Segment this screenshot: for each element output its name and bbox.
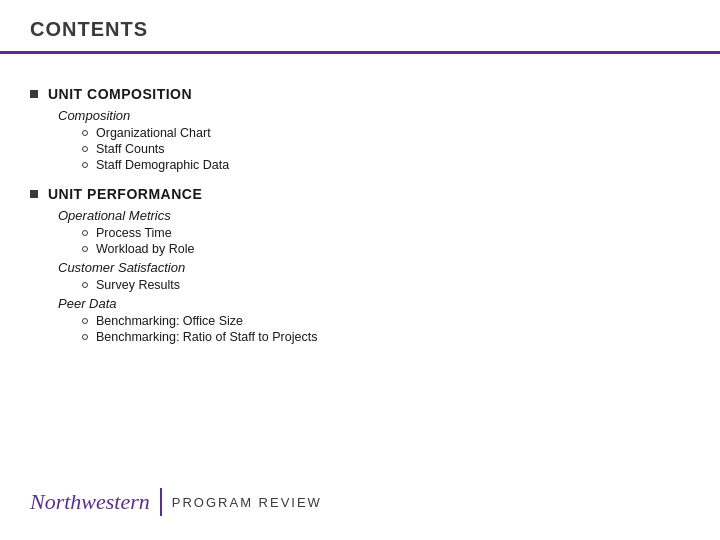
- subsection-title: Operational Metrics: [58, 208, 690, 223]
- subsection-title: Peer Data: [58, 296, 690, 311]
- sub-bullet-icon: [82, 282, 88, 288]
- section-unit-performance: UNIT PERFORMANCE: [30, 186, 690, 202]
- subsection-composition: Composition Organizational Chart Staff C…: [58, 108, 690, 172]
- footer-divider: [160, 488, 162, 516]
- page-title: CONTENTS: [30, 18, 148, 40]
- item-text: Survey Results: [96, 278, 180, 292]
- section-unit-composition: UNIT COMPOSITION: [30, 86, 690, 102]
- subsection-items: Benchmarking: Office Size Benchmarking: …: [82, 314, 690, 344]
- subsection-items: Process Time Workload by Role: [82, 226, 690, 256]
- sub-bullet-icon: [82, 130, 88, 136]
- subsection-operational-metrics: Operational Metrics Process Time Workloa…: [58, 208, 690, 256]
- sub-bullet-icon: [82, 146, 88, 152]
- item-text: Workload by Role: [96, 242, 194, 256]
- content-area: UNIT COMPOSITION Composition Organizatio…: [0, 54, 720, 358]
- list-item: Process Time: [82, 226, 690, 240]
- list-item: Workload by Role: [82, 242, 690, 256]
- item-text: Staff Demographic Data: [96, 158, 229, 172]
- sub-bullet-icon: [82, 246, 88, 252]
- item-text: Benchmarking: Office Size: [96, 314, 243, 328]
- list-item: Staff Demographic Data: [82, 158, 690, 172]
- footer-brand: Northwestern: [30, 489, 150, 515]
- subsection-items: Organizational Chart Staff Counts Staff …: [82, 126, 690, 172]
- footer: Northwestern PROGRAM REVIEW: [30, 488, 322, 516]
- item-text: Organizational Chart: [96, 126, 211, 140]
- subsection-peer-data: Peer Data Benchmarking: Office Size Benc…: [58, 296, 690, 344]
- list-item: Organizational Chart: [82, 126, 690, 140]
- subsection-title: Customer Satisfaction: [58, 260, 690, 275]
- subsection-items: Survey Results: [82, 278, 690, 292]
- list-item: Benchmarking: Ratio of Staff to Projects: [82, 330, 690, 344]
- item-text: Benchmarking: Ratio of Staff to Projects: [96, 330, 317, 344]
- subsection-customer-satisfaction: Customer Satisfaction Survey Results: [58, 260, 690, 292]
- list-item: Survey Results: [82, 278, 690, 292]
- sub-bullet-icon: [82, 318, 88, 324]
- section-title: UNIT PERFORMANCE: [48, 186, 202, 202]
- list-item: Staff Counts: [82, 142, 690, 156]
- sub-bullet-icon: [82, 230, 88, 236]
- bullet-icon: [30, 190, 38, 198]
- sub-bullet-icon: [82, 162, 88, 168]
- list-item: Benchmarking: Office Size: [82, 314, 690, 328]
- item-text: Process Time: [96, 226, 172, 240]
- item-text: Staff Counts: [96, 142, 165, 156]
- page: CONTENTS UNIT COMPOSITION Composition Or…: [0, 0, 720, 540]
- subsection-title: Composition: [58, 108, 690, 123]
- sub-bullet-icon: [82, 334, 88, 340]
- bullet-icon: [30, 90, 38, 98]
- footer-subtitle: PROGRAM REVIEW: [172, 495, 322, 510]
- section-title: UNIT COMPOSITION: [48, 86, 192, 102]
- page-header: CONTENTS: [0, 0, 720, 54]
